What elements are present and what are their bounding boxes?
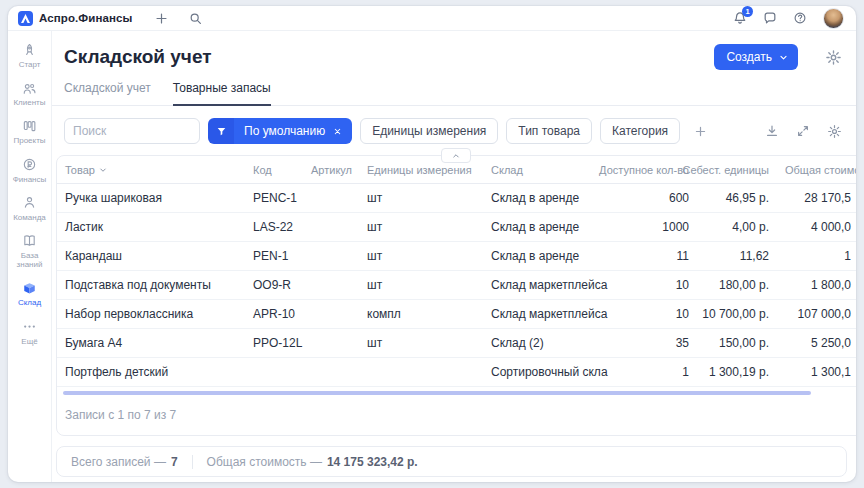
sidebar-item-warehouse[interactable]: Склад	[8, 280, 51, 307]
cell-available-qty: 1	[601, 365, 689, 379]
funnel-icon[interactable]	[208, 118, 234, 144]
cell-unit-cost: 150,00 р.	[689, 336, 769, 350]
column-label: Общая стоимость	[785, 164, 856, 176]
table-row[interactable]: Подставка под документыOO9-RштСклад марк…	[57, 271, 856, 300]
cell-warehouse: Склад в аренде	[491, 249, 601, 263]
chat-icon[interactable]	[763, 11, 777, 25]
cell-warehouse: Сортировочный скла	[491, 365, 601, 379]
sidebar-item-clients[interactable]: Клиенты	[8, 80, 51, 107]
table-row[interactable]: Набор первоклассникаAPR-10комплСклад мар…	[57, 300, 856, 329]
tabs: Складской учетТоварные запасы	[52, 81, 856, 106]
cell-code: PEN-1	[253, 249, 311, 263]
cell-product: Набор первоклассника	[65, 307, 253, 321]
total-records-label: Всего записей —	[71, 455, 166, 469]
filter-button-2[interactable]: Категория	[600, 118, 680, 144]
search-input[interactable]	[64, 118, 200, 144]
add-icon[interactable]	[154, 11, 168, 25]
sidebar-item-projects[interactable]: Проекты	[8, 118, 51, 145]
cell-available-qty: 600	[601, 191, 689, 205]
dots-icon	[22, 319, 38, 335]
cell-code: PPO-12L	[253, 336, 311, 350]
page-settings-gear-icon[interactable]	[824, 48, 842, 66]
filter-buttons-group: Единицы измеренияТип товараКатегория	[352, 118, 680, 144]
cell-unit-cost: 4,00 р.	[689, 220, 769, 234]
sidebar-item-more[interactable]: Ещё	[8, 319, 51, 346]
cell-unit: шт	[367, 249, 491, 263]
table-settings-gear-icon[interactable]	[826, 123, 842, 139]
app-window: Аспро.Финансы 1 СтартКлиентыПроектыФинан…	[8, 6, 856, 482]
cell-code: OO9-R	[253, 278, 311, 292]
box-icon	[22, 280, 38, 296]
cell-unit: шт	[367, 191, 491, 205]
table-row[interactable]: КарандашPEN-1штСклад в аренде1111,621	[57, 242, 856, 271]
table-row[interactable]: Ручка шариковаяPENC-1штСклад в аренде600…	[57, 184, 856, 213]
create-button[interactable]: Создать	[714, 44, 798, 70]
sidebar: СтартКлиентыПроектыФинансыКомандаБаза зн…	[8, 31, 52, 482]
filter-chip-label: По умолчанию	[244, 124, 325, 138]
collapse-filters-button[interactable]	[441, 148, 471, 163]
cell-unit: компл	[367, 307, 491, 321]
column-header-unit-cost[interactable]: Себест. единицы	[689, 164, 769, 176]
book-icon	[22, 233, 38, 249]
close-icon[interactable]	[333, 127, 342, 136]
cell-warehouse: Склад маркетплейса	[491, 307, 601, 321]
cell-unit-cost: 10 700,00 р.	[689, 307, 769, 321]
cell-product: Ручка шариковая	[65, 191, 253, 205]
cell-warehouse: Склад в аренде	[491, 220, 601, 234]
download-icon[interactable]	[764, 123, 780, 139]
expand-icon[interactable]	[795, 123, 811, 139]
page-header: Складской учет Создать	[52, 31, 856, 70]
table-row[interactable]: Портфель детскийСортировочный скла11 300…	[57, 358, 856, 387]
cell-warehouse: Склад в аренде	[491, 191, 601, 205]
column-header-product[interactable]: Товар	[65, 164, 253, 176]
sidebar-item-knowledge[interactable]: База знаний	[8, 233, 51, 269]
cell-unit: шт	[367, 220, 491, 234]
column-label: Код	[253, 164, 272, 176]
column-label: Себест. единицы	[682, 164, 769, 176]
cell-product: Подставка под документы	[65, 278, 253, 292]
cell-warehouse: Склад (2)	[491, 336, 601, 350]
column-header-code[interactable]: Код	[253, 164, 311, 176]
filter-button-1[interactable]: Тип товара	[506, 118, 592, 144]
column-label: Артикул	[311, 164, 352, 176]
page-title: Складской учет	[64, 46, 212, 68]
column-header-available-qty[interactable]: Доступное кол-во	[601, 164, 689, 176]
search-icon[interactable]	[188, 11, 202, 25]
app-logo-icon[interactable]	[18, 11, 33, 26]
table-row[interactable]: Бумага А4PPO-12LштСклад (2)35150,00 р.5 …	[57, 329, 856, 358]
summary-divider	[192, 455, 193, 469]
column-header-warehouse[interactable]: Склад	[491, 164, 601, 176]
sidebar-item-finance[interactable]: Финансы	[8, 157, 51, 184]
clients-icon	[22, 80, 38, 96]
sidebar-item-label: Старт	[19, 60, 41, 69]
sidebar-item-label: Проекты	[13, 136, 45, 145]
inventory-table: ТоварКодАртикулЕдиницы измеренияСкладДос…	[56, 155, 856, 436]
table-row[interactable]: ЛастикLAS-22штСклад в аренде10004,00 р.4…	[57, 213, 856, 242]
column-header-total-cost[interactable]: Общая стоимость	[769, 164, 856, 176]
sidebar-item-team[interactable]: Команда	[8, 195, 51, 222]
sort-chevron-down-icon[interactable]	[99, 164, 107, 176]
active-filter-chip[interactable]: По умолчанию	[208, 118, 352, 144]
tab-1[interactable]: Товарные запасы	[173, 81, 271, 106]
rocket-icon	[22, 42, 38, 58]
column-label: Доступное кол-во	[599, 164, 689, 176]
help-icon[interactable]	[793, 11, 807, 25]
column-header-article[interactable]: Артикул	[311, 164, 367, 176]
filter-button-0[interactable]: Единицы измерения	[360, 118, 498, 144]
chevron-up-icon	[452, 152, 460, 160]
app-name: Аспро.Финансы	[39, 12, 132, 24]
person-icon	[22, 195, 38, 211]
cell-product: Ластик	[65, 220, 253, 234]
sidebar-item-label: База знаний	[11, 251, 49, 269]
notifications-bell-icon[interactable]: 1	[732, 11, 747, 26]
tab-0[interactable]: Складской учет	[64, 81, 151, 106]
cell-product: Портфель детский	[65, 365, 253, 379]
cell-total-cost: 1 300,1	[769, 365, 856, 379]
cell-available-qty: 10	[601, 307, 689, 321]
add-filter-icon[interactable]	[692, 123, 708, 139]
user-avatar[interactable]	[823, 8, 844, 29]
column-header-unit[interactable]: Единицы измерения	[367, 164, 491, 176]
cell-product: Бумага А4	[65, 336, 253, 350]
cell-available-qty: 1000	[601, 220, 689, 234]
sidebar-item-start[interactable]: Старт	[8, 42, 51, 69]
